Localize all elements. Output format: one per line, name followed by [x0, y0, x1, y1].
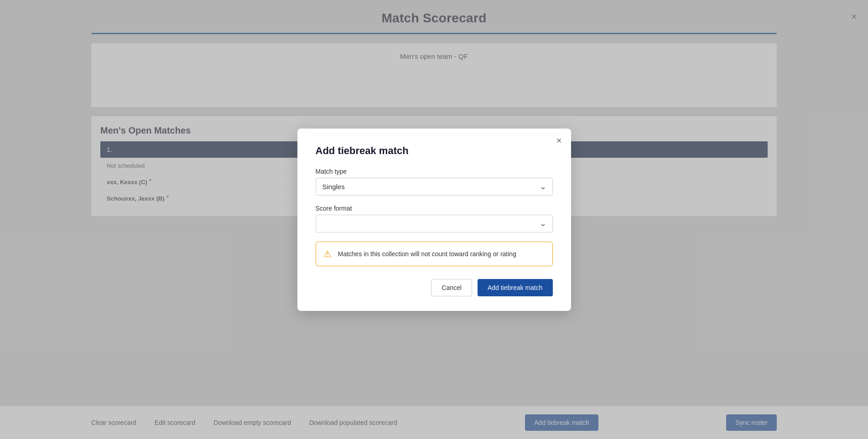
score-format-select[interactable] — [316, 215, 553, 232]
modal-title: Add tiebreak match — [316, 145, 553, 157]
modal-footer: Cancel Add tiebreak match — [316, 279, 553, 296]
score-format-label: Score format — [316, 205, 553, 212]
match-type-label: Match type — [316, 168, 553, 175]
modal-close-button[interactable]: × — [556, 136, 562, 145]
warning-icon: ⚠ — [323, 248, 332, 259]
cancel-button[interactable]: Cancel — [431, 279, 472, 296]
warning-text: Matches in this collection will not coun… — [338, 250, 516, 258]
score-format-group: Score format — [316, 205, 553, 232]
match-type-select[interactable]: Singles Doubles Mixed Doubles — [316, 178, 553, 196]
match-type-select-wrapper: Singles Doubles Mixed Doubles — [316, 178, 553, 196]
warning-box: ⚠ Matches in this collection will not co… — [316, 242, 553, 266]
add-tiebreak-button[interactable]: Add tiebreak match — [478, 279, 553, 296]
add-tiebreak-modal: × Add tiebreak match Match type Singles … — [297, 129, 571, 311]
score-format-select-wrapper — [316, 215, 553, 232]
match-type-group: Match type Singles Doubles Mixed Doubles — [316, 168, 553, 196]
modal-overlay: × Add tiebreak match Match type Singles … — [0, 0, 868, 439]
